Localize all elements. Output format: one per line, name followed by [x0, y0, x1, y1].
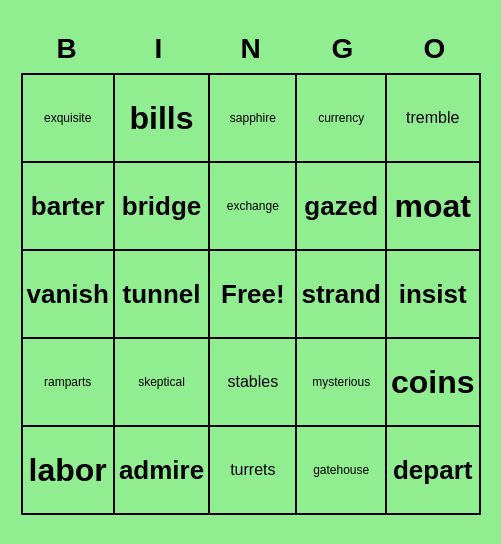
bingo-cell: bridge: [115, 163, 210, 251]
bingo-cell: stables: [210, 339, 297, 427]
cell-text: stables: [227, 373, 278, 391]
bingo-cell: labor: [23, 427, 115, 515]
bingo-cell: insist: [387, 251, 481, 339]
cell-text: strand: [301, 279, 380, 310]
cell-text: tremble: [406, 109, 459, 127]
bingo-card: BINGO exquisitebillssapphirecurrencytrem…: [11, 19, 491, 525]
bingo-cell: tremble: [387, 75, 481, 163]
header-letter: O: [389, 29, 481, 69]
bingo-cell: gazed: [297, 163, 386, 251]
bingo-cell: turrets: [210, 427, 297, 515]
bingo-cell: Free!: [210, 251, 297, 339]
bingo-cell: exquisite: [23, 75, 115, 163]
bingo-cell: skeptical: [115, 339, 210, 427]
bingo-cell: exchange: [210, 163, 297, 251]
cell-text: currency: [318, 111, 364, 125]
cell-text: coins: [391, 364, 475, 401]
header-letter: I: [113, 29, 205, 69]
bingo-cell: barter: [23, 163, 115, 251]
cell-text: vanish: [27, 279, 109, 310]
cell-text: depart: [393, 455, 472, 486]
cell-text: insist: [399, 279, 467, 310]
bingo-cell: gatehouse: [297, 427, 386, 515]
cell-text: sapphire: [230, 111, 276, 125]
bingo-cell: depart: [387, 427, 481, 515]
cell-text: gazed: [304, 191, 378, 222]
cell-text: mysterious: [312, 375, 370, 389]
cell-text: tunnel: [123, 279, 201, 310]
cell-text: exchange: [227, 199, 279, 213]
bingo-cell: strand: [297, 251, 386, 339]
bingo-cell: coins: [387, 339, 481, 427]
header-letter: G: [297, 29, 389, 69]
cell-text: exquisite: [44, 111, 91, 125]
bingo-cell: currency: [297, 75, 386, 163]
bingo-cell: mysterious: [297, 339, 386, 427]
bingo-cell: vanish: [23, 251, 115, 339]
bingo-cell: sapphire: [210, 75, 297, 163]
bingo-cell: admire: [115, 427, 210, 515]
cell-text: ramparts: [44, 375, 91, 389]
cell-text: bridge: [122, 191, 201, 222]
bingo-cell: ramparts: [23, 339, 115, 427]
cell-text: barter: [31, 191, 105, 222]
bingo-cell: bills: [115, 75, 210, 163]
bingo-cell: tunnel: [115, 251, 210, 339]
cell-text: Free!: [221, 279, 285, 310]
header-letter: B: [21, 29, 113, 69]
cell-text: skeptical: [138, 375, 185, 389]
cell-text: admire: [119, 455, 204, 486]
bingo-header: BINGO: [21, 29, 481, 69]
cell-text: labor: [29, 452, 107, 489]
cell-text: moat: [394, 188, 470, 225]
cell-text: gatehouse: [313, 463, 369, 477]
cell-text: turrets: [230, 461, 275, 479]
bingo-cell: moat: [387, 163, 481, 251]
cell-text: bills: [130, 100, 194, 137]
bingo-grid: exquisitebillssapphirecurrencytremblebar…: [21, 73, 481, 515]
header-letter: N: [205, 29, 297, 69]
